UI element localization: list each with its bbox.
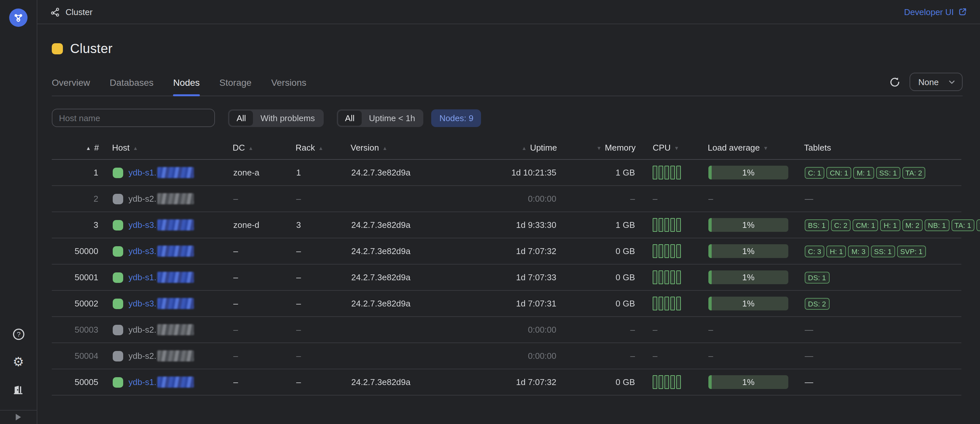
tablet-badge[interactable]: C: 1 [805, 167, 824, 178]
tablet-badge[interactable]: TA: 1 [951, 219, 974, 231]
tab-nodes[interactable]: Nodes [173, 77, 200, 95]
cpu-bar [670, 244, 675, 258]
column-header-cpu[interactable]: CPU▼ [636, 143, 708, 159]
settings-button[interactable]: ⚙ [8, 352, 28, 372]
host-cell: ydb-s1. [100, 167, 232, 178]
host-name-input[interactable] [52, 109, 215, 127]
cell-rack: 3 [296, 212, 351, 238]
tablet-badge[interactable]: CM: 1 [853, 219, 878, 231]
cell-load-average: 1% [708, 159, 804, 186]
uptime-filter-option[interactable]: Uptime < 1h [362, 110, 422, 125]
help-button[interactable]: ? [8, 324, 28, 344]
tablet-badge[interactable]: H: 1 [826, 245, 846, 257]
sort-arrow-icon: ▲ [522, 145, 527, 151]
node-status-indicator [113, 194, 123, 204]
column-header-tablets[interactable]: Tablets [804, 143, 961, 159]
sidebar-expand-button[interactable] [0, 410, 37, 424]
tablet-badge[interactable]: C: 2 [831, 219, 851, 231]
tablet-badge[interactable]: C: 3 [805, 245, 824, 257]
cpu-bar [676, 375, 681, 389]
tablet-badge[interactable]: TB: 1 [977, 219, 980, 231]
tablet-badges: C: 1CN: 1M: 1SS: 1TA: 2 [805, 167, 961, 178]
host-link[interactable]: ydb-s1. [129, 272, 194, 283]
column-label-dc: DC [232, 143, 245, 152]
developer-ui-link[interactable]: Developer UI [904, 7, 967, 17]
tablet-badge[interactable]: H: 1 [880, 219, 900, 231]
cell-node-id: 2 [52, 186, 99, 212]
cpu-bar [665, 297, 669, 310]
ydb-logo[interactable] [9, 8, 27, 27]
cell-host: ydb-s3. [99, 212, 232, 238]
cell-uptime: 0:00:00 [478, 343, 557, 369]
tab-versions[interactable]: Versions [271, 77, 306, 95]
cluster-share-icon [51, 7, 60, 17]
cpu-usage-bars [653, 297, 707, 310]
column-header-load[interactable]: Load average▼ [708, 143, 804, 159]
tablet-badge[interactable]: CN: 1 [826, 167, 851, 178]
uptime-filter-option[interactable]: All [338, 110, 362, 125]
host-prefix: ydb-s3. [129, 246, 156, 256]
cell-cpu [636, 238, 708, 264]
cell-version: 24.2.7.3e82d9a [351, 264, 478, 291]
cpu-bar [676, 218, 681, 232]
svg-text:?: ? [16, 331, 20, 338]
cpu-bar [676, 270, 681, 284]
host-cell: ydb-s3. [100, 298, 232, 309]
cell-version [351, 343, 478, 369]
cell-uptime: 1d 7:07:32 [478, 238, 557, 264]
column-header-version[interactable]: Version▲ [351, 143, 478, 159]
refresh-button[interactable] [888, 75, 902, 89]
column-label-uptime: Uptime [530, 143, 557, 152]
tablet-badge[interactable]: SVP: 1 [897, 245, 926, 257]
cell-load-average: 1% [708, 291, 804, 317]
problem-filter-option[interactable]: All [229, 110, 253, 125]
tablet-badge[interactable]: SS: 1 [871, 245, 895, 257]
column-header-uptime[interactable]: ▲Uptime [478, 143, 557, 159]
cell-host: ydb-s3. [99, 291, 232, 317]
column-header-num[interactable]: ▲# [52, 143, 99, 159]
column-header-memory[interactable]: ▼Memory [557, 143, 636, 159]
cell-dc: – [232, 264, 296, 291]
tablet-badge[interactable]: M: 2 [902, 219, 923, 231]
cell-host: ydb-s1. [99, 264, 232, 291]
autorefresh-select[interactable]: None [910, 73, 962, 91]
tablet-badge[interactable]: M: 3 [848, 245, 869, 257]
tablet-badge[interactable]: TA: 2 [902, 167, 925, 178]
column-header-rack[interactable]: Rack▲ [296, 143, 351, 159]
column-header-dc[interactable]: DC▲ [232, 143, 296, 159]
cell-load-average: – [708, 186, 804, 212]
cell-tablets: C: 3H: 1M: 3SS: 1SVP: 1 [804, 238, 961, 264]
cell-memory: 0 GB [557, 369, 636, 395]
logout-button[interactable] [8, 380, 28, 399]
redacted-host-suffix [157, 324, 194, 335]
cpu-bar [665, 166, 669, 179]
tab-databases[interactable]: Databases [110, 77, 154, 95]
node-status-indicator [113, 220, 123, 230]
host-link[interactable]: ydb-s1. [129, 167, 194, 178]
host-link[interactable]: ydb-s3. [129, 246, 194, 257]
tablet-badge[interactable]: DS: 2 [805, 298, 829, 310]
cell-node-id: 50003 [52, 317, 99, 343]
problem-filter-option[interactable]: With problems [253, 110, 322, 125]
host-link[interactable]: ydb-s3. [129, 298, 194, 309]
tablet-badge[interactable]: M: 1 [854, 167, 874, 178]
cell-uptime: 0:00:00 [478, 186, 557, 212]
cell-uptime: 1d 7:07:31 [478, 291, 557, 317]
tablet-badge[interactable]: SS: 1 [876, 167, 900, 178]
tablet-badge[interactable]: BS: 1 [805, 219, 829, 231]
tablet-badge[interactable]: NB: 1 [924, 219, 949, 231]
column-label-host: Host [112, 143, 129, 152]
host-name: ydb-s2. [129, 193, 194, 204]
host-link[interactable]: ydb-s3. [129, 219, 194, 230]
cell-dc: – [232, 317, 296, 343]
tablet-badge[interactable]: DS: 1 [805, 272, 829, 283]
cell-uptime: 1d 10:21:35 [478, 159, 557, 186]
cell-tablets: — [804, 369, 961, 395]
cell-node-id: 50005 [52, 369, 99, 395]
column-header-host[interactable]: Host▲ [99, 143, 232, 159]
tab-storage[interactable]: Storage [220, 77, 251, 95]
cell-version: 24.2.7.3e82d9a [351, 291, 478, 317]
host-link[interactable]: ydb-s1. [129, 376, 194, 387]
cell-cpu: – [636, 317, 708, 343]
tab-overview[interactable]: Overview [52, 77, 90, 95]
